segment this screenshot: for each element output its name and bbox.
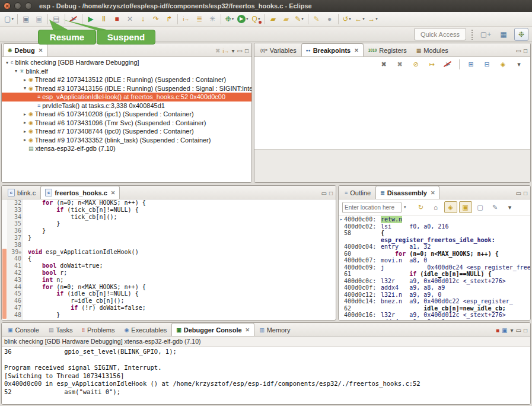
maximize-button[interactable]: □ [524,47,527,55]
console-tab-tasks[interactable]: ▤Tasks [44,323,78,336]
use-step-filters-icon[interactable]: ✳ [206,12,219,26]
home-icon[interactable]: ⌂ [429,201,442,213]
maximize-button[interactable]: □ [245,47,249,55]
forward-history-icon[interactable]: →▾ [367,12,380,26]
skip-all-breakpoints-view-icon[interactable]: ⊘ [409,58,422,71]
cpp-perspective-button[interactable]: ▦ [496,28,511,41]
search-icon[interactable]: ✎▾ [293,12,306,26]
toggle-mark-occurrences-icon[interactable]: ✎ [310,12,323,26]
tree-expander-icon[interactable]: ▸ [22,112,28,117]
forward-history-dropdown-caret[interactable]: ▾ [375,13,378,25]
refresh-view-icon[interactable]: ↻ [415,201,428,213]
save-icon[interactable]: ▣ [20,12,33,26]
maximize-button[interactable]: □ [524,190,527,197]
instruction-stepping-mode-button[interactable]: i→ [222,47,229,55]
back-history-dropdown-caret[interactable]: ▾ [362,13,365,25]
views-tab-modules[interactable]: ▦Modules [412,43,453,56]
sync-with-debug-context-icon[interactable]: ▣ [459,201,472,213]
debug-tree-row[interactable]: ▾✳blink.elf [2,67,251,76]
resume-icon[interactable]: ▶ [84,12,97,26]
terminate-console-button[interactable]: ■ [496,327,499,334]
debug-tree-row[interactable]: ▤xtensa-esp32-elf-gdb (7.10) [2,144,251,153]
editor-tab-blink-c[interactable]: cblink.c [3,186,40,199]
debug-tree-row[interactable]: ▸◉Thread #9 1073433352 (blink_task) (Sus… [2,136,251,145]
search-dropdown-caret[interactable]: ▾ [301,13,304,25]
breakpoints-list[interactable] [254,71,530,149]
right-tab-outline[interactable]: ≡Outline [340,186,375,199]
quick-access-input[interactable]: Quick Access [414,28,466,40]
tree-expander-icon[interactable]: ▸ [22,137,28,142]
maximize-button[interactable]: □ [524,327,527,334]
debug-tab-debug[interactable]: ❋Debug✕ [3,43,47,56]
last-edit-location-icon[interactable]: ↺▾ [340,12,353,26]
display-selected-console-button[interactable]: ▣ [502,327,507,334]
track-expression-icon[interactable]: ◈ [444,201,457,213]
expand-all-icon[interactable]: ⊞ [464,58,477,71]
view-menu-icon[interactable]: ▾ [512,58,525,71]
terminate-icon[interactable]: ■ [110,12,123,26]
view-menu-button[interactable]: ▾ [231,47,234,55]
run-launch-icon[interactable]: ▶▾ [236,12,250,26]
pin-view-icon[interactable]: ✎ [489,201,502,213]
debug-tree-row[interactable]: ▸◉Thread #7 1073408744 (ipc0) (Suspended… [2,127,251,136]
debug-tree-row[interactable]: ▸◉Thread #6 1073431096 (Tmr Svc) (Suspen… [2,119,251,128]
right-tab-disassembly[interactable]: ≣Disassembly✕ [375,186,439,199]
back-history-icon[interactable]: ←▾ [353,12,367,26]
open-resource-folder-icon[interactable]: ▰ [280,12,293,26]
editor-text-area[interactable]: for (n=0; n<MAX_HOOKS; n++) { if (tick_c… [23,199,336,320]
collapse-all-icon[interactable]: ⊟ [480,58,493,71]
location-dropdown-caret[interactable]: ▾ [404,205,406,210]
minimize-button[interactable]: ▭ [516,47,521,55]
console-output[interactable]: 36 gpio_set_level(BLINK_GPIO, 1); Progra… [2,347,530,404]
tab-close-icon[interactable]: ✕ [39,47,43,53]
disconnect-icon[interactable]: ✕ [123,12,136,26]
console-tab-debugger-console[interactable]: ▣Debugger Console✕ [171,323,254,336]
debug-tree-row[interactable]: ▾cblink checking [GDB Hardware Debugging… [2,58,251,67]
console-tab-console[interactable]: ▣Console [3,323,44,336]
remove-selected-breakpoints-icon[interactable]: ✖ [377,58,390,71]
views-tab-breakpoints[interactable]: ●●Breakpoints✕ [301,43,364,56]
external-tools-icon[interactable]: Q▾ [250,12,263,26]
code-editor[interactable]: 3233343536373839⊖404142434445464748 for … [2,199,336,320]
tree-expander-icon[interactable]: ▸ [22,120,28,125]
views-tab-registers[interactable]: 1010Registers [364,43,412,56]
tab-close-icon[interactable]: ✕ [246,327,250,333]
step-over-icon[interactable]: ↷ [149,12,163,26]
debug-tree-row[interactable]: ▸◉Thread #5 1073410208 (ipc1) (Suspended… [2,110,251,119]
save-all-icon[interactable]: ▣ [33,12,46,26]
location-input[interactable] [342,202,402,213]
console-tab-executables[interactable]: ◉Executables [119,323,171,336]
debug-tree-row[interactable]: ▸◉Thread #2 1073413512 (IDLE : Running) … [2,75,251,84]
remove-all-breakpoints-icon[interactable]: ✖ [393,58,406,71]
console-tab-memory[interactable]: ▥Memory [254,323,295,336]
maximize-button[interactable]: □ [329,190,333,197]
tree-expander-icon[interactable]: ▸ [22,129,28,134]
show-debug-sources-icon[interactable]: ≣ [193,12,206,26]
open-project-folder-icon[interactable]: ▰ [267,12,280,26]
minimize-button[interactable]: ▭ [321,190,327,197]
tree-expander-icon[interactable]: ▾ [13,68,19,74]
minimize-button[interactable]: ▭ [516,190,521,197]
last-edit-location-dropdown-caret[interactable]: ▾ [349,13,351,25]
views-tab-variables[interactable]: (x)=Variables [256,43,301,56]
tree-expander-icon[interactable]: ▸ [22,77,28,83]
tab-close-icon[interactable]: ✕ [111,190,116,196]
open-new-view-icon[interactable]: ▢ [474,201,487,213]
debug-tree-row[interactable]: ▾◉Thread #3 1073413156 (IDLE : Running) … [2,84,251,93]
view-menu-icon[interactable]: ▾ [504,201,517,213]
disassembly-listing[interactable]: ▸400d0c00:retw.n 400d0c02:lsi f0, a0, 21… [339,215,530,320]
window-close-button[interactable]: ✕ [4,2,11,9]
tab-close-icon[interactable]: ✕ [431,190,435,196]
tree-expander-icon[interactable]: ▾ [4,60,10,65]
external-tools-dropdown-caret[interactable]: ▾ [258,13,260,25]
annotations-icon[interactable]: ● [323,12,336,26]
new-wizard-icon[interactable]: ▢▾ [2,12,15,26]
show-breakpoints-supported-icon[interactable]: ➤ [441,58,454,71]
debug-launch-icon[interactable]: ❉▾ [223,12,236,26]
window-maximize-button[interactable] [25,2,32,9]
console-tab-problems[interactable]: ‼Problems [78,323,120,336]
tree-expander-icon[interactable]: ▾ [22,85,28,91]
display-selected-console-caret[interactable]: ▾ [510,327,513,334]
open-perspective-button[interactable]: ▢+ [479,28,493,41]
editor-tab-freertos-hooks-c[interactable]: cfreertos_hooks.c✕ [40,186,120,199]
